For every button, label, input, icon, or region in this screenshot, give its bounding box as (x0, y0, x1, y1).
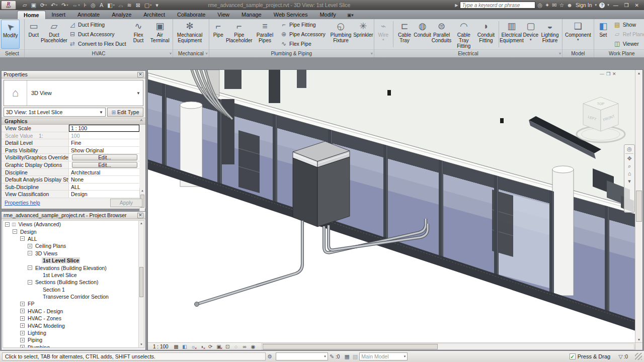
minus-expander-icon[interactable]: − (13, 229, 17, 234)
close-button[interactable]: ✕ (633, 3, 641, 8)
tab-annotate[interactable]: Annotate (71, 11, 106, 19)
scroll-thumb[interactable] (263, 344, 438, 349)
default-3d-view-icon[interactable]: ◧▾ (106, 1, 116, 9)
tab-home[interactable]: Home (17, 11, 46, 19)
press-drag-checkbox[interactable]: ✓ (570, 353, 576, 359)
set-button[interactable]: ◧Set (595, 20, 611, 49)
viewport-vertical-scrollbar[interactable]: ▲ ▼ (635, 70, 642, 343)
active-workset-combo[interactable]: ▾ (276, 352, 328, 360)
cable-tray-fitting-button[interactable]: ◠Cable Tray Fitting (453, 20, 475, 49)
viewport-horizontal-scrollbar[interactable] (261, 343, 634, 350)
panel-label-hvac[interactable]: HVAC˅ (25, 49, 173, 57)
view-cube[interactable]: TOP LEFT FRONT (573, 93, 628, 149)
press-and-drag-toggle[interactable]: ✓ Press & Drag (570, 353, 610, 359)
panel-label-mechanical[interactable]: Mechanical˅ (173, 49, 209, 57)
view-close-icon[interactable]: ✕ (612, 71, 616, 76)
undo-icon[interactable]: ↶▾ (49, 1, 59, 9)
edit-type-button[interactable]: ⊞ Edit Type (107, 108, 143, 117)
property-value[interactable]: Edit... (69, 161, 139, 168)
selection-filter[interactable]: ▽ :0 (618, 353, 628, 360)
tree-item-1st-level-slice[interactable]: 1st Level Slice (3, 272, 144, 279)
help-button[interactable]: ? (599, 2, 605, 9)
duct-placeholder-button[interactable]: ▱Duct Placeholder (42, 20, 66, 49)
temporary-hide-isolate-icon[interactable]: ∞ (241, 344, 249, 349)
panel-label-work-plane[interactable]: Work Plane (594, 49, 644, 57)
scroll-thumb[interactable] (636, 191, 642, 222)
instance-selector-combo[interactable]: 3D View: 1st Level Slice ▼ (4, 108, 106, 117)
tree-item-piping[interactable]: +Piping (3, 336, 144, 343)
tab-manage[interactable]: Manage (235, 11, 268, 19)
duct-accessory-button[interactable]: ⊟Duct Accessory (67, 30, 128, 39)
parallel-conduits-button[interactable]: ⊜Parallel Conduits (430, 20, 452, 49)
reveal-hidden-elements-icon[interactable]: ◉ (250, 344, 257, 349)
tree-item-elevations-building-elevation[interactable]: −Elevations (Building Elevation) (3, 264, 144, 271)
scroll-thumb[interactable] (139, 267, 143, 297)
component-button[interactable]: ❑Component▾ (564, 20, 593, 49)
scroll-down-icon[interactable]: ▼ (139, 342, 144, 347)
minus-expander-icon[interactable]: − (28, 251, 32, 255)
air-terminal-button[interactable]: ▣Air Terminal (148, 20, 172, 49)
sprinkler-button[interactable]: ✳Sprinkler (354, 20, 373, 49)
tree-item-views-advanced[interactable]: −◫Views (Advanced) (3, 221, 144, 228)
minimize-button[interactable]: — (611, 3, 620, 8)
tree-item-3d-views[interactable]: −3D Views (3, 250, 144, 257)
design-options-icon[interactable]: ▦ (344, 353, 349, 360)
minus-expander-icon[interactable]: − (28, 280, 32, 285)
panel-menu-arrow-icon[interactable]: ˅ (371, 52, 373, 55)
dropdown-arrow-icon[interactable]: ▾ (78, 1, 80, 9)
customize-quick-access-icon[interactable]: ▾ (154, 1, 160, 9)
view-scale-button[interactable]: 1 : 100 (148, 344, 173, 349)
user-icon[interactable]: ☻ (567, 2, 573, 9)
minus-expander-icon[interactable]: − (20, 236, 25, 241)
redo-icon[interactable]: ↷▾ (60, 1, 69, 9)
tab-modify[interactable]: Modify (313, 11, 342, 19)
tree-item-ceiling-plans[interactable]: +Ceiling Plans (3, 242, 144, 249)
instance-dropdown-icon[interactable]: ▼ (99, 110, 103, 115)
crop-view-icon[interactable]: ▣✕ (215, 344, 223, 349)
minus-expander-icon[interactable]: − (5, 222, 10, 227)
synchronize-icon[interactable]: ⟳▾ (39, 1, 48, 9)
tree-item-lighting[interactable]: +Lighting (3, 329, 144, 336)
workset-dropdown-icon[interactable]: ▾ (324, 354, 326, 358)
plus-expander-icon[interactable]: + (20, 316, 25, 321)
properties-help-link[interactable]: Properties help (5, 200, 40, 206)
active-design-option-combo[interactable]: Main Model ▾ (359, 352, 408, 360)
plus-expander-icon[interactable]: + (20, 338, 25, 342)
property-value[interactable]: Design (69, 191, 139, 198)
apply-button[interactable]: Apply (110, 199, 142, 207)
tree-scrollbar[interactable]: ▲ ▼ (138, 221, 144, 347)
project-browser-header[interactable]: rme_advanced_sample_project.rvt - Projec… (2, 212, 145, 219)
project-browser-close-icon[interactable]: ✕ (137, 213, 143, 218)
property-value[interactable]: 1 : 100 (69, 125, 139, 132)
open-icon[interactable]: ▱ (21, 1, 28, 9)
tab-web-services[interactable]: Web Services (268, 11, 314, 19)
tree-item-sections-building-section[interactable]: −Sections (Building Section) (3, 279, 144, 286)
minus-expander-icon[interactable]: − (28, 265, 32, 270)
ribbon-state-toggle-icon[interactable]: ▣▾ (347, 13, 354, 19)
tree-item-1st-level-slice[interactable]: 1st Level Slice (3, 257, 144, 264)
tab-analyze[interactable]: Analyze (106, 11, 137, 19)
show-crop-region-icon[interactable]: ⊡ (224, 344, 231, 349)
panel-menu-arrow-icon[interactable]: ˅ (559, 52, 561, 55)
full-navigation-wheel-icon[interactable]: ◎ (627, 146, 632, 152)
tree-item-hvac-modeling[interactable]: +HVAC Modeling (3, 322, 144, 329)
device-button[interactable]: ▢Device▾ (523, 20, 539, 49)
panel-menu-arrow-icon[interactable]: ˅ (206, 52, 208, 55)
sign-in-button[interactable]: Sign In (576, 2, 592, 8)
lighting-fixture-button[interactable]: ◒Lighting Fixture (539, 20, 561, 49)
conduit-button[interactable]: ◍Conduit (414, 20, 430, 49)
subscription-center-icon[interactable]: ✦ (545, 2, 549, 9)
save-icon[interactable]: ▣ (29, 1, 37, 9)
close-hidden-windows-icon[interactable]: ⊠ (134, 1, 142, 9)
communication-center-icon[interactable]: ✉ (552, 2, 556, 9)
infocenter-collapse-icon[interactable]: ▶ (455, 3, 458, 8)
scroll-up-icon[interactable]: ▲ (635, 70, 642, 77)
pipe-fitting-button[interactable]: ⌐Pipe Fitting (279, 20, 327, 29)
tree-item-plumbing[interactable]: +Plumbing (3, 344, 144, 348)
zoom-icon[interactable]: ⌕ (628, 163, 631, 169)
show-button[interactable]: ▤Show (612, 20, 644, 29)
graphic-display-options-edit-button[interactable]: Edit... (72, 162, 137, 168)
panel-label-electrical[interactable]: Electrical˅ (374, 49, 562, 57)
signin-dropdown-icon[interactable]: ▾ (595, 3, 597, 7)
panel-label-model[interactable]: Model (562, 49, 594, 57)
